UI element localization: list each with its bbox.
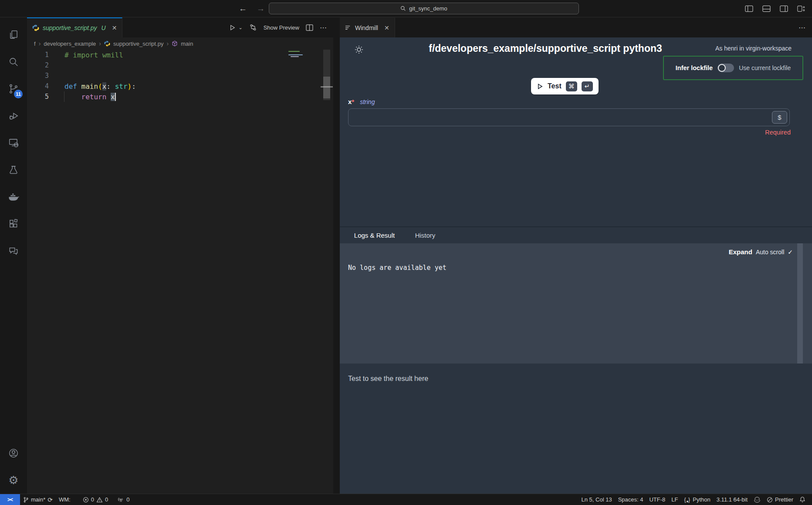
toggle-panel-icon[interactable] <box>762 5 771 12</box>
argument-label: x*string <box>348 98 375 105</box>
testing-icon[interactable] <box>3 156 24 183</box>
tab-git-status: U <box>102 24 106 31</box>
search-sidebar-icon[interactable] <box>3 48 24 75</box>
toggle-knob <box>718 64 726 72</box>
sync-icon[interactable]: ⟳ <box>47 496 53 503</box>
tab-windmill-label: Windmill <box>355 24 378 31</box>
language-mode-item[interactable]: { } Python <box>681 494 713 505</box>
notifications-item[interactable] <box>796 494 809 505</box>
output-list-icon <box>345 25 352 31</box>
account-icon[interactable] <box>3 440 24 467</box>
title-bar: ← → git_sync_demo <box>0 0 812 17</box>
forward-arrow-icon[interactable]: → <box>257 4 265 13</box>
variable-picker-button[interactable]: $ <box>772 111 787 124</box>
extensions-icon[interactable] <box>3 210 24 237</box>
python-file-icon <box>32 24 39 31</box>
breadcrumb-symbol[interactable]: main <box>181 40 193 47</box>
back-arrow-icon[interactable]: ← <box>239 4 247 13</box>
copilot-item[interactable] <box>751 494 764 505</box>
eol-item[interactable]: LF <box>668 494 681 505</box>
activity-bar: 11 ⚙ <box>0 17 27 494</box>
cursor-position-item[interactable]: Ln 5, Col 13 <box>579 494 615 505</box>
settings-gear-icon[interactable]: ⚙ <box>3 467 24 494</box>
problems-item[interactable]: 0 0 <box>80 494 111 505</box>
search-icon <box>400 6 406 11</box>
remote-explorer-icon[interactable] <box>3 129 24 156</box>
tab-windmill[interactable]: Windmill ✕ <box>340 17 395 37</box>
code-editor[interactable]: 1# import wmill234def main(x: str):5 ret… <box>27 50 333 494</box>
test-button[interactable]: Test ⌘ ↵ <box>531 78 599 94</box>
breadcrumb-file[interactable]: supportive_script.py <box>113 40 164 47</box>
workbench: supportive_script.py U ✕ ⌄ Show Preview … <box>27 17 812 494</box>
checkmark-icon: ✓ <box>788 249 793 256</box>
radio-tower-icon <box>118 497 124 503</box>
copilot-icon <box>754 496 761 503</box>
bell-icon <box>799 496 805 503</box>
ports-item[interactable]: 0 <box>115 494 132 505</box>
play-icon <box>537 83 543 90</box>
editor-scrollbar[interactable] <box>323 77 330 98</box>
line-number: 4 <box>27 82 49 90</box>
indentation-item[interactable]: Spaces: 4 <box>615 494 646 505</box>
vscode-window: ← → git_sync_demo 11 <box>0 0 812 505</box>
argument-input[interactable]: $ <box>348 108 790 126</box>
symbol-method-icon <box>172 40 178 47</box>
line-number: 5 <box>27 93 49 101</box>
expand-button[interactable]: Expand <box>729 248 752 256</box>
windmill-group: Windmill ✕ ⋯ f/developers_example/suppor… <box>340 17 812 494</box>
more-actions-icon[interactable]: ⋯ <box>798 24 806 32</box>
toggle-primary-sidebar-icon[interactable] <box>745 5 753 12</box>
docker-icon[interactable] <box>3 183 24 210</box>
language-status-icon: { } <box>684 497 690 503</box>
enter-key-badge: ↵ <box>582 81 593 91</box>
logs-scrollbar[interactable] <box>797 243 803 364</box>
line-number: 1 <box>27 51 49 59</box>
git-branch-item[interactable]: main* ⟳ <box>20 494 56 505</box>
more-actions-icon[interactable]: ⋯ <box>320 24 327 32</box>
logs-empty-message: No logs are available yet <box>348 264 447 272</box>
split-editor-icon[interactable] <box>306 24 313 31</box>
python-interpreter-item[interactable]: 3.11.1 64-bit <box>714 494 751 505</box>
prettier-item[interactable]: Prettier <box>764 494 796 505</box>
required-message: Required <box>765 129 791 136</box>
explorer-icon[interactable] <box>3 21 24 48</box>
tab-close-icon[interactable]: ✕ <box>112 24 117 31</box>
code-line[interactable]: 5 return x <box>27 91 333 102</box>
scm-badge: 11 <box>14 90 23 98</box>
workspace-context: As henri in virgin-workspace <box>715 45 792 52</box>
warning-icon <box>96 497 103 503</box>
theme-toggle-sun-icon[interactable] <box>354 44 364 55</box>
customize-layout-icon[interactable] <box>797 5 805 12</box>
windmill-webview: f/developers_example/supportive_script p… <box>340 37 812 494</box>
open-changes-icon[interactable] <box>249 24 257 31</box>
command-center-search[interactable]: git_sync_demo <box>269 3 579 14</box>
minimap[interactable] <box>287 50 305 76</box>
show-preview-button[interactable]: Show Preview <box>264 24 299 31</box>
encoding-item[interactable]: UTF-8 <box>646 494 668 505</box>
remote-indicator[interactable]: >< <box>0 494 20 505</box>
panel-tabs: Logs & Result History <box>340 226 812 243</box>
code-line[interactable]: 4def main(x: str): <box>27 81 333 91</box>
breadcrumb-folder[interactable]: developers_example <box>44 40 96 47</box>
breadcrumb-root[interactable]: f <box>34 40 36 47</box>
breadcrumb: f › developers_example › supportive_scri… <box>27 37 333 50</box>
run-file-icon[interactable] <box>229 24 236 31</box>
run-dropdown-icon[interactable]: ⌄ <box>238 25 242 30</box>
wm-status-item[interactable]: WM: <box>56 494 74 505</box>
tab-logs-result[interactable]: Logs & Result <box>344 227 405 244</box>
source-control-icon[interactable]: 11 <box>3 75 24 102</box>
tab-close-icon[interactable]: ✕ <box>384 24 389 31</box>
autoscroll-toggle[interactable]: Auto scroll <box>756 249 784 256</box>
tab-supportive-script[interactable]: supportive_script.py U ✕ <box>27 17 122 37</box>
comments-icon[interactable] <box>3 237 24 264</box>
circle-slash-icon <box>767 497 773 503</box>
tab-history[interactable]: History <box>405 227 446 244</box>
lockfile-toggle[interactable] <box>717 64 734 72</box>
script-path-title: f/developers_example/supportive_script p… <box>392 43 699 54</box>
panel-tab-bar: Windmill ✕ ⋯ <box>340 17 812 37</box>
infer-lockfile-label: Infer lockfile <box>676 64 713 71</box>
result-area: Test to see the result here <box>340 364 812 494</box>
cmd-key-badge: ⌘ <box>566 81 577 91</box>
run-debug-icon[interactable] <box>3 102 24 129</box>
toggle-secondary-sidebar-icon[interactable] <box>780 5 788 12</box>
